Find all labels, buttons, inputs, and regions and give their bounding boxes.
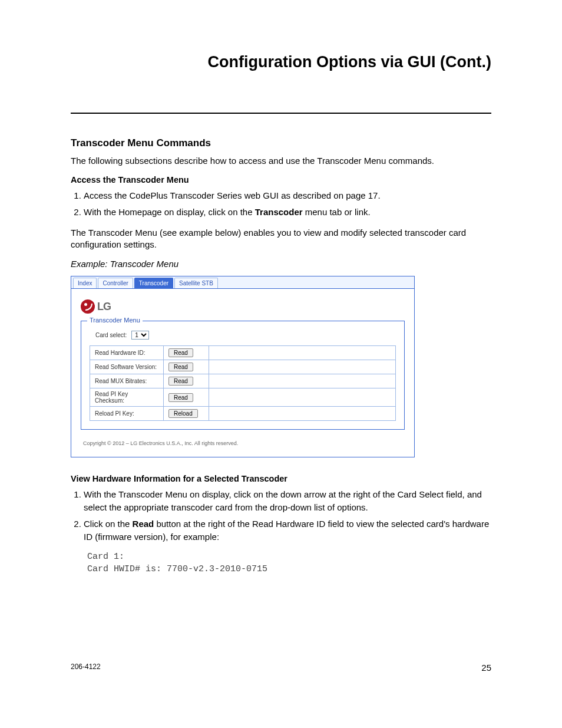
view-step-1: With the Transcoder Menu on display, cli… [84,488,491,514]
table-row: Read MUX Bitrates: Read [90,374,396,388]
table-row: Read Software Version: Read [90,360,396,374]
vstep2-pre: Click on the [84,519,133,529]
subheading-access: Access the Transcoder Menu [71,175,491,185]
tab-index[interactable]: Index [73,278,97,288]
page-footer: 206-4122 25 [71,663,491,673]
card-select-label: Card select: [95,332,127,338]
lg-logo: LG [81,299,405,314]
row-label: Reload PI Key: [90,407,164,421]
page-number: 25 [481,663,491,673]
tab-controller[interactable]: Controller [98,278,133,288]
row-btn-cell: Read [164,346,209,360]
reload-pi-key-button[interactable]: Reload [168,409,198,418]
lg-logo-icon [81,299,95,314]
row-label: Read PI Key Checksum: [90,388,164,407]
card-select-dropdown[interactable]: 1 [131,331,149,340]
fieldset-legend: Transcoder Menu [87,317,143,324]
table-row: Read Hardware ID: Read [90,346,396,360]
row-btn-cell: Read [164,360,209,374]
example-caption: Example: Transcoder Menu [71,259,491,269]
read-mux-bitrates-button[interactable]: Read [168,377,193,386]
gui-body: LG Transcoder Menu Card select: 1 Read H… [71,289,414,457]
step2-pre: With the Homepage on display, click on t… [84,207,255,217]
tab-satellite-stb[interactable]: Satellite STB [174,278,218,288]
step2-bold: Transcoder [255,207,303,217]
command-table: Read Hardware ID: Read Read Software Ver… [90,345,396,421]
document-page: Configuration Options via GUI (Cont.) Tr… [0,0,562,728]
view-step-2: Click on the Read button at the right of… [84,518,491,543]
row-value-cell [209,407,396,421]
read-software-version-button[interactable]: Read [168,363,193,371]
table-row: Read PI Key Checksum: Read [90,388,396,407]
row-btn-cell: Read [164,388,209,407]
row-value-cell [209,388,396,407]
transcoder-gui-screenshot: Index Controller Transcoder Satellite ST… [71,276,415,457]
row-value-cell [209,346,396,360]
read-hardware-id-button[interactable]: Read [168,348,193,357]
page-title: Configuration Options via GUI (Cont.) [71,53,491,71]
subheading-view-hardware: View Hardware Information for a Selected… [71,474,491,483]
tab-transcoder[interactable]: Transcoder [134,278,173,288]
row-label: Read Software Version: [90,360,164,374]
read-pi-key-checksum-button[interactable]: Read [168,393,193,402]
doc-number: 206-4122 [71,663,101,673]
gui-copyright: Copyright © 2012 – LG Electronics U.S.A.… [81,440,405,451]
card-select-row: Card select: 1 [95,331,396,340]
section-rule [71,113,491,114]
step2-post: menu tab or link. [303,207,371,217]
row-value-cell [209,374,396,388]
row-btn-cell: Reload [164,407,209,421]
code-sample: Card 1: Card HWID# is: 7700-v2.3-2010-07… [87,551,491,575]
row-btn-cell: Read [164,374,209,388]
access-step-2: With the Homepage on display, click on t… [84,206,491,219]
row-value-cell [209,360,396,374]
row-label: Read Hardware ID: [90,346,164,360]
section-heading: Transcoder Menu Commands [71,137,491,149]
vstep2-bold: Read [133,519,154,529]
access-steps: Access the CodePlus Transcoder Series we… [71,189,491,219]
access-step-1: Access the CodePlus Transcoder Series we… [84,189,491,202]
gui-tabs: Index Controller Transcoder Satellite ST… [71,276,414,289]
section-intro: The following subsections describe how t… [71,155,491,167]
after-steps: The Transcoder Menu (see example below) … [71,227,491,251]
lg-logo-text: LG [97,301,111,313]
table-row: Reload PI Key: Reload [90,407,396,421]
transcoder-menu-fieldset: Transcoder Menu Card select: 1 Read Hard… [81,321,405,430]
row-label: Read MUX Bitrates: [90,374,164,388]
view-hardware-steps: With the Transcoder Menu on display, cli… [71,488,491,543]
